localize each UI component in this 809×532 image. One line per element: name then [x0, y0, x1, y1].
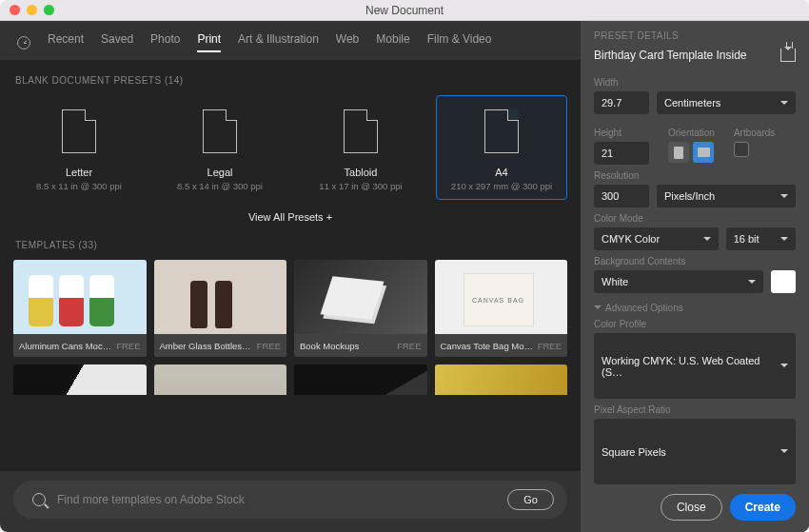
- preset-spec: 8.5 x 14 in @ 300 ppi: [177, 181, 263, 191]
- template-card[interactable]: [294, 365, 427, 395]
- template-card[interactable]: Amber Glass Bottles…FREE: [154, 260, 287, 357]
- height-input[interactable]: [594, 142, 649, 165]
- template-thumb: [435, 260, 568, 334]
- template-name: Canvas Tote Bag Mo…: [441, 341, 534, 351]
- preset-grid: Letter 8.5 x 11 in @ 300 ppi Legal 8.5 x…: [13, 95, 567, 200]
- preset-name: A4: [495, 167, 507, 178]
- left-pane: Recent Saved Photo Print Art & Illustrat…: [0, 21, 581, 532]
- template-grid: Aluminum Cans Moc…FREE Amber Glass Bottl…: [13, 260, 567, 357]
- tab-print[interactable]: Print: [197, 32, 221, 52]
- portrait-icon: [674, 147, 683, 159]
- resolution-unit-value: Pixels/Inch: [664, 190, 715, 202]
- unit-value: Centimeters: [664, 97, 720, 108]
- dialog-footer: Close Create: [594, 484, 796, 521]
- template-price: FREE: [538, 341, 562, 351]
- tab-recent[interactable]: Recent: [48, 32, 84, 52]
- artboards-label: Artboards: [734, 128, 775, 138]
- window-title: New Document: [365, 4, 444, 17]
- template-card[interactable]: Canvas Tote Bag Mo…FREE: [435, 260, 568, 357]
- chevron-down-icon: [748, 280, 756, 287]
- template-name: Book Mockups: [300, 341, 359, 351]
- color-depth-value: 16 bit: [734, 233, 760, 245]
- preset-a4[interactable]: A4 210 x 297 mm @ 300 ppi: [436, 95, 567, 200]
- template-card[interactable]: Aluminum Cans Moc…FREE: [13, 260, 147, 357]
- details-heading: PRESET DETAILS: [594, 30, 796, 41]
- tab-art[interactable]: Art & Illustration: [238, 32, 319, 52]
- orientation-landscape-button[interactable]: [693, 142, 714, 163]
- pixel-aspect-value: Square Pixels: [602, 446, 666, 458]
- resolution-label: Resolution: [594, 170, 796, 181]
- preset-tabloid[interactable]: Tabloid 11 x 17 in @ 300 ppi: [295, 95, 426, 200]
- color-depth-select[interactable]: 16 bit: [726, 227, 796, 250]
- color-mode-label: Color Mode: [594, 213, 796, 224]
- width-input[interactable]: [594, 91, 649, 114]
- resolution-input[interactable]: [594, 185, 649, 207]
- unit-select[interactable]: Centimeters: [657, 91, 796, 114]
- tab-mobile[interactable]: Mobile: [376, 32, 409, 52]
- background-color-swatch[interactable]: [771, 270, 796, 293]
- artboards-checkbox[interactable]: [734, 142, 749, 157]
- close-window-icon[interactable]: [10, 5, 20, 15]
- template-card[interactable]: [13, 365, 147, 395]
- maximize-window-icon[interactable]: [44, 5, 54, 15]
- orientation-label: Orientation: [668, 128, 715, 138]
- chevron-down-icon: [703, 237, 711, 245]
- document-name-field[interactable]: Birthday Card Template Inside: [594, 49, 773, 62]
- presets-heading: BLANK DOCUMENT PRESETS (14): [15, 75, 567, 86]
- template-price: FREE: [397, 341, 421, 351]
- stock-search-input[interactable]: [57, 493, 496, 506]
- stock-search-bar: Go: [13, 481, 567, 519]
- preset-letter[interactable]: Letter 8.5 x 11 in @ 300 ppi: [13, 95, 145, 200]
- search-icon: [32, 493, 46, 506]
- orientation-portrait-button[interactable]: [668, 142, 689, 163]
- template-price: FREE: [257, 341, 281, 351]
- page-icon: [484, 109, 519, 153]
- template-price: FREE: [116, 341, 140, 351]
- chevron-down-icon: [594, 305, 602, 313]
- stock-search-go-button[interactable]: Go: [507, 489, 554, 510]
- template-name: Amber Glass Bottles…: [160, 341, 251, 351]
- chevron-down-icon: [780, 449, 788, 457]
- tab-web[interactable]: Web: [336, 32, 359, 52]
- preset-spec: 11 x 17 in @ 300 ppi: [319, 181, 402, 191]
- pixel-aspect-select[interactable]: Square Pixels: [594, 419, 796, 484]
- background-select[interactable]: White: [594, 270, 763, 293]
- color-profile-value: Working CMYK: U.S. Web Coated (S…: [602, 355, 780, 378]
- recent-icon: [17, 36, 30, 49]
- chevron-down-icon: [780, 364, 788, 371]
- view-all-presets-link[interactable]: View All Presets +: [13, 211, 567, 223]
- landscape-icon: [698, 148, 710, 157]
- template-card[interactable]: [154, 365, 287, 395]
- page-icon: [62, 109, 96, 153]
- save-preset-icon[interactable]: [780, 49, 796, 62]
- chevron-down-icon: [780, 101, 788, 108]
- width-label: Width: [594, 77, 796, 88]
- template-card[interactable]: [435, 365, 568, 395]
- content-scroll[interactable]: BLANK DOCUMENT PRESETS (14) Letter 8.5 x…: [0, 60, 581, 471]
- preset-name: Letter: [66, 167, 92, 178]
- color-profile-select[interactable]: Working CMYK: U.S. Web Coated (S…: [594, 333, 796, 399]
- minimize-window-icon[interactable]: [27, 5, 37, 15]
- advanced-options-toggle[interactable]: Advanced Options: [594, 303, 796, 313]
- advanced-label: Advanced Options: [605, 303, 683, 313]
- pixel-aspect-label: Pixel Aspect Ratio: [594, 404, 796, 415]
- chevron-down-icon: [780, 237, 788, 245]
- category-tabs: Recent Saved Photo Print Art & Illustrat…: [0, 21, 581, 60]
- page-icon: [203, 109, 237, 153]
- templates-heading: TEMPLATES (33): [15, 240, 567, 250]
- resolution-unit-select[interactable]: Pixels/Inch: [657, 185, 796, 207]
- background-value: White: [602, 276, 628, 287]
- preset-legal[interactable]: Legal 8.5 x 14 in @ 300 ppi: [154, 95, 286, 200]
- tab-photo[interactable]: Photo: [150, 32, 180, 52]
- tab-film[interactable]: Film & Video: [427, 32, 492, 52]
- template-card[interactable]: Book MockupsFREE: [294, 260, 427, 357]
- close-button[interactable]: Close: [661, 494, 722, 521]
- tab-saved[interactable]: Saved: [101, 32, 133, 52]
- color-profile-label: Color Profile: [594, 319, 796, 329]
- template-thumb: [13, 260, 147, 334]
- window-controls: [10, 5, 54, 15]
- create-button[interactable]: Create: [730, 494, 796, 521]
- preset-name: Tabloid: [345, 167, 378, 178]
- color-mode-select[interactable]: CMYK Color: [594, 227, 719, 250]
- template-grid-row2: [13, 365, 567, 395]
